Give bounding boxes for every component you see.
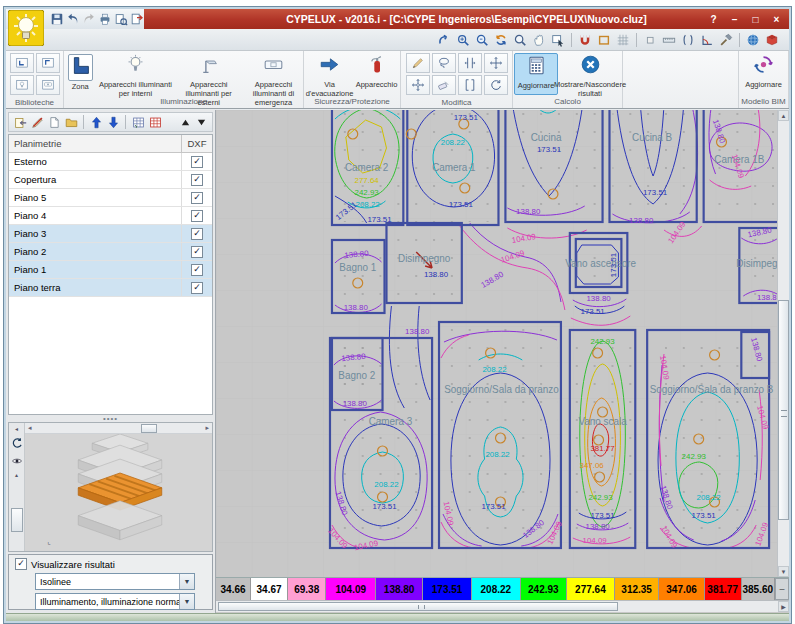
rotate-3d-button[interactable] <box>10 436 24 450</box>
apparecchi-illuminanti-di-emergenza-button[interactable]: Apparecchi illuminanti di emergenza <box>244 53 303 95</box>
eraser-button[interactable] <box>432 75 456 95</box>
dxf-checkbox[interactable]: ✓ <box>191 246 203 258</box>
dxf-checkbox[interactable]: ✓ <box>191 156 203 168</box>
print-preview-button[interactable] <box>114 10 128 28</box>
dimension-button[interactable] <box>679 31 697 49</box>
chevron-down-icon[interactable]: ▼ <box>179 574 194 589</box>
building-3d-view[interactable]: ⌞ <box>25 434 215 550</box>
zoom-extents-button[interactable] <box>454 31 472 49</box>
table-row-piano-3[interactable]: Piano 3✓ <box>9 225 212 243</box>
zona-button[interactable]: Zona <box>64 53 96 95</box>
magnify-button[interactable] <box>511 31 529 49</box>
frame-snap-button[interactable] <box>595 31 613 49</box>
edit-row-button[interactable] <box>29 114 45 130</box>
divide-button[interactable] <box>458 53 482 73</box>
dxf-checkbox[interactable]: ✓ <box>191 210 203 222</box>
tri-down-button[interactable] <box>193 114 209 130</box>
dxf-checkbox[interactable]: ✓ <box>191 192 203 204</box>
preview-vslider[interactable] <box>11 508 23 532</box>
vscroll-thumb[interactable] <box>778 300 789 520</box>
table-row-esterno[interactable]: Esterno✓ <box>9 153 212 171</box>
export-button[interactable] <box>130 10 144 28</box>
scale-collapse-button[interactable]: – <box>775 578 789 600</box>
help-book-button[interactable] <box>763 31 781 49</box>
scroll-right-icon[interactable]: ▶ <box>778 601 789 612</box>
magnitude-select[interactable]: Illuminamento, illuminazione normale ▼ <box>35 593 195 610</box>
mostrare-nascondere-risultati-button[interactable]: Mostrare/Nascondere risultati <box>559 53 621 95</box>
grid-snap-button[interactable] <box>614 31 632 49</box>
zoom-window-button[interactable] <box>473 31 491 49</box>
move-point-button[interactable] <box>406 75 430 95</box>
maximize-button[interactable]: □ <box>745 11 766 27</box>
app-logo-icon[interactable] <box>8 10 44 46</box>
ruler-button[interactable] <box>660 31 678 49</box>
print-button[interactable] <box>98 10 112 28</box>
chevron-left-icon[interactable]: ◂ <box>15 426 18 432</box>
table-row-copertura[interactable]: Copertura✓ <box>9 171 212 189</box>
move-down-button[interactable] <box>105 114 121 130</box>
brackets-button[interactable] <box>458 75 482 95</box>
angle-button[interactable] <box>698 31 716 49</box>
dxf-checkbox[interactable]: ✓ <box>191 282 203 294</box>
apparecchio-button[interactable]: Apparecchio <box>355 53 399 95</box>
chevron-down-icon[interactable]: ▼ <box>179 594 194 609</box>
frame-l1-button[interactable] <box>10 53 34 73</box>
tools-button[interactable] <box>717 31 735 49</box>
new-page-button[interactable] <box>46 114 62 130</box>
move-button[interactable] <box>484 53 508 73</box>
table-row-piano-2[interactable]: Piano 2✓ <box>9 243 212 261</box>
select-window-button[interactable] <box>549 31 567 49</box>
horizontal-scrollbar[interactable]: ▶ <box>216 600 789 612</box>
preview-hslider-thumb[interactable] <box>141 424 157 433</box>
view-mode-select[interactable]: Isolinee ▼ <box>35 573 195 590</box>
aggiornare-button[interactable]: Aggiornare <box>741 53 787 95</box>
aggiornare-button[interactable]: Aggiornare <box>514 53 558 95</box>
grid-blue-button[interactable] <box>130 114 146 130</box>
redo-button[interactable] <box>82 10 96 28</box>
drawing-area[interactable]: Camera 2Camera 1CucinaCucina BCamera 1BB… <box>216 110 789 614</box>
add-row-button[interactable] <box>12 114 28 130</box>
pencil-button[interactable] <box>406 53 430 73</box>
table-row-piano-5[interactable]: Piano 5✓ <box>9 189 212 207</box>
pan-button[interactable] <box>530 31 548 49</box>
magnet-button[interactable] <box>576 31 594 49</box>
redraw-button[interactable] <box>492 31 510 49</box>
close-button[interactable]: × <box>766 11 787 27</box>
frame-l2-button[interactable] <box>36 53 60 73</box>
help-button[interactable]: ? <box>703 11 724 27</box>
visualize-results-checkbox[interactable]: ✓ <box>15 558 27 570</box>
preview-3d[interactable]: ◂ ▴ ◂ ▸ <box>8 422 213 552</box>
open-folder-button[interactable] <box>63 114 79 130</box>
frame-bulb-button[interactable] <box>10 75 34 95</box>
frame-lamp-button[interactable] <box>36 75 60 95</box>
hscroll-thumb[interactable] <box>218 602 618 611</box>
minimize-button[interactable]: – <box>724 11 745 27</box>
dxf-checkbox[interactable]: ✓ <box>191 174 203 186</box>
vertical-scrollbar[interactable]: ▲ ▼ <box>777 110 789 577</box>
panel-splitter[interactable]: •••• <box>8 415 213 422</box>
floor-plan[interactable]: Camera 2Camera 1CucinaCucina BCamera 1BB… <box>216 110 777 577</box>
via-d-evacuazione-button[interactable]: Via d'evacuazione <box>306 53 354 95</box>
eye-button[interactable] <box>10 454 24 468</box>
globe-button[interactable] <box>744 31 762 49</box>
square-button[interactable] <box>641 31 659 49</box>
grid-red-button[interactable] <box>147 114 163 130</box>
scroll-down-icon[interactable]: ▼ <box>778 566 789 577</box>
rotate-button[interactable] <box>484 75 508 95</box>
move-up-button[interactable] <box>88 114 104 130</box>
dxf-checkbox[interactable]: ✓ <box>191 264 203 276</box>
table-row-piano-terra[interactable]: Piano terra✓ <box>9 279 212 297</box>
tri-up-button[interactable] <box>177 114 193 130</box>
chevron-up-icon[interactable]: ▴ <box>15 472 18 478</box>
apparecchi-illuminanti-per-interni-button[interactable]: Apparecchi illuminanti per interni <box>97 53 173 95</box>
table-row-piano-1[interactable]: Piano 1✓ <box>9 261 212 279</box>
scroll-up-icon[interactable]: ▲ <box>778 110 789 121</box>
dxf-checkbox[interactable]: ✓ <box>191 228 203 240</box>
chevron-right-icon[interactable]: ▸ <box>205 424 209 432</box>
undo-button[interactable] <box>66 10 80 28</box>
preview-hslider[interactable]: ◂ ▸ <box>25 423 212 434</box>
lasso-button[interactable] <box>432 53 456 73</box>
apparecchi-illuminanti-per-esterni-button[interactable]: Apparecchi illuminanti per esterni <box>174 53 243 95</box>
save-button[interactable] <box>50 10 64 28</box>
orbit-button[interactable] <box>435 31 453 49</box>
